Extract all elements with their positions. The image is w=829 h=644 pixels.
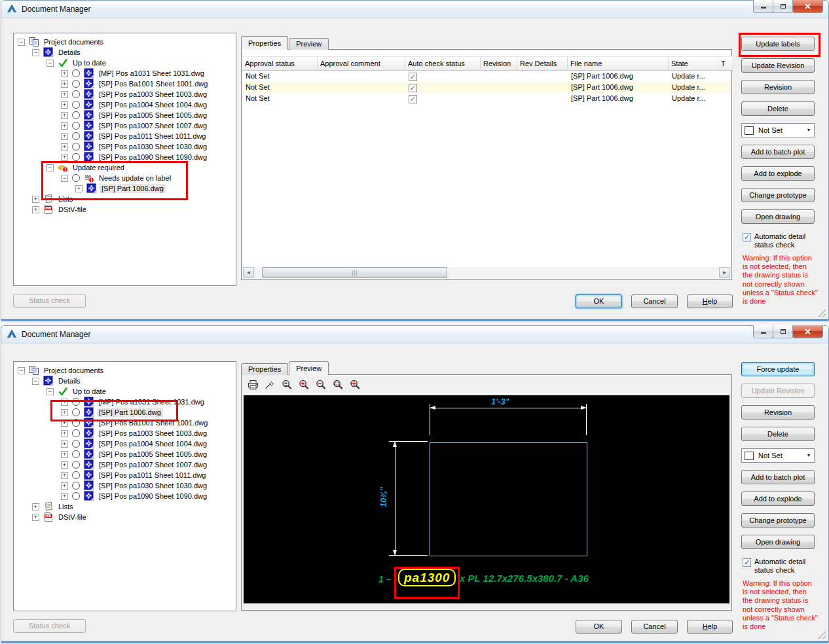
approval-status-dropdown[interactable]: Not Set▼ xyxy=(741,123,815,137)
tree-item-label[interactable]: [SP] Pos pa1005 Sheet 1005.dwg xyxy=(97,450,209,459)
auto-check-checkbox[interactable]: ✓ xyxy=(409,95,417,103)
tree-expander[interactable]: + xyxy=(61,451,68,458)
zoom-in-icon[interactable] xyxy=(298,379,310,391)
table-header-cell[interactable]: File name xyxy=(568,56,669,71)
print-icon[interactable] xyxy=(247,379,259,391)
tree-item-label[interactable]: [SP] Pos pa1030 Sheet 1030.dwg xyxy=(97,481,209,490)
tree-expander[interactable]: + xyxy=(61,70,68,77)
delete-button[interactable]: Delete xyxy=(741,427,815,441)
table-header-cell[interactable]: Revision xyxy=(481,56,517,71)
tree-expander[interactable]: − xyxy=(46,60,54,67)
tree-expander[interactable]: + xyxy=(61,122,68,130)
tree-expander[interactable]: + xyxy=(32,196,39,203)
tree-expander[interactable]: + xyxy=(61,80,68,88)
tab-preview[interactable]: Preview xyxy=(289,38,329,50)
add-to-explode-button[interactable]: Add to explode xyxy=(741,492,815,506)
tree-expander[interactable]: + xyxy=(61,143,68,151)
tree-expander[interactable]: + xyxy=(61,112,68,119)
tree-expander[interactable]: + xyxy=(61,472,68,479)
tree-expander[interactable]: + xyxy=(32,206,39,213)
tree-row[interactable]: +[SP] Pos pa1007 Sheet 1007.dwg xyxy=(14,459,236,470)
preview-canvas[interactable]: 1'-3" 10⅞" 1 – p xyxy=(244,395,729,603)
tree-item-label[interactable]: Details xyxy=(56,48,83,57)
tree-expander[interactable]: − xyxy=(18,39,25,46)
tree-row[interactable]: +[SP] Pos pa1003 Sheet 1003.dwg xyxy=(14,428,236,438)
resize-grip[interactable] xyxy=(818,631,826,639)
tree-row[interactable]: −Up to date xyxy=(14,386,236,397)
change-prototype-button[interactable]: Change prototype xyxy=(741,188,815,202)
pan-icon[interactable] xyxy=(264,379,276,391)
tree-row[interactable]: +DOCDStV-file xyxy=(14,204,236,215)
cancel-button[interactable]: Cancel xyxy=(631,620,678,634)
tree-item-label[interactable]: Details xyxy=(56,376,83,385)
tab-properties[interactable]: Properties xyxy=(241,36,288,50)
scrollbar-thumb[interactable] xyxy=(262,267,447,278)
update-revision-button[interactable]: Update Revision xyxy=(741,58,815,73)
tree-expander[interactable]: + xyxy=(61,91,68,98)
force-update-button[interactable]: Force update xyxy=(741,362,815,376)
tree-item-label[interactable]: [SP] Pos pa1004 Sheet 1004.dwg xyxy=(97,439,209,448)
table-row[interactable]: Not Set✓[SP] Part 1006.dwgUpdate r... xyxy=(242,82,731,93)
horizontal-scrollbar[interactable]: ◄ ► xyxy=(243,267,730,278)
tree-item-label[interactable]: [SP] Pos pa1005 Sheet 1005.dwg xyxy=(97,111,209,120)
tree-row[interactable]: −Project documents xyxy=(14,37,236,47)
tree-item-label[interactable]: [SP] Pos pa1030 Sheet 1030.dwg xyxy=(97,142,209,151)
maximize-button[interactable] xyxy=(773,325,793,338)
tree-expander[interactable]: + xyxy=(61,440,68,448)
tree-item-label[interactable]: Up to date xyxy=(71,387,108,396)
tree-item-label[interactable]: [SP] Pos pa1003 Sheet 1003.dwg xyxy=(97,429,209,438)
chevron-down-icon[interactable]: ▼ xyxy=(803,449,814,462)
tree-item-label[interactable]: [SP] Pos pa1004 Sheet 1004.dwg xyxy=(97,100,209,109)
tree-expander[interactable]: − xyxy=(18,367,25,374)
tree-item-label[interactable]: Up to date xyxy=(71,58,108,67)
title-bar[interactable]: Document Manager xyxy=(1,326,828,344)
tree-expander[interactable]: + xyxy=(61,461,68,469)
tree-row[interactable]: −Project documents xyxy=(14,365,236,376)
table-row[interactable]: Not Set✓[SP] Part 1006.dwgUpdate r... xyxy=(242,71,731,82)
tree-row[interactable]: +[SP] Pos pa1011 Sheet 1011.dwg xyxy=(14,470,236,480)
maximize-button[interactable] xyxy=(773,0,793,13)
chevron-down-icon[interactable]: ▼ xyxy=(803,124,814,137)
tree-row[interactable]: +DOCDStV-file xyxy=(14,512,236,522)
revision-button[interactable]: Revision xyxy=(741,80,815,94)
zoom-out-icon[interactable] xyxy=(315,379,327,391)
tree-item-label[interactable]: [SP] Pos pa1090 Sheet 1090.dwg xyxy=(97,492,209,501)
tree-expander[interactable]: − xyxy=(46,388,54,395)
auto-detail-checkbox[interactable]: ✓ xyxy=(743,558,751,567)
tree-item-label[interactable]: [SP] Pos pa1007 Sheet 1007.dwg xyxy=(97,460,209,469)
ok-button[interactable]: OK xyxy=(576,295,622,308)
tree-row[interactable]: −Details xyxy=(14,376,236,386)
tree-row[interactable]: +[SP] Pos pa1003 Sheet 1003.dwg xyxy=(14,89,236,99)
tree-item-label[interactable]: [SP] Pos pa1003 Sheet 1003.dwg xyxy=(97,90,209,99)
auto-check-checkbox[interactable]: ✓ xyxy=(409,73,417,81)
table-row[interactable]: Not Set✓[SP] Part 1006.dwgUpdate r... xyxy=(242,93,731,104)
tree-expander[interactable]: + xyxy=(32,503,39,510)
tab-properties[interactable]: Properties xyxy=(241,363,288,375)
auto-check-checkbox[interactable]: ✓ xyxy=(409,84,417,92)
zoom-window-icon[interactable] xyxy=(332,379,344,391)
approval-status-dropdown[interactable]: Not Set▼ xyxy=(741,448,815,463)
table-header-cell[interactable]: Rev Details xyxy=(517,56,568,71)
tree-expander[interactable]: + xyxy=(61,430,68,437)
tree-item-label[interactable]: [SP] Pos pa1007 Sheet 1007.dwg xyxy=(97,121,209,130)
tree-expander[interactable]: − xyxy=(32,49,39,56)
tree-item-label[interactable]: DStV-file xyxy=(56,512,88,522)
resize-grip[interactable] xyxy=(818,309,826,317)
tree-row[interactable]: +[SP] Pos Ba1001 Sheet 1001.dwg xyxy=(14,79,236,89)
revision-button[interactable]: Revision xyxy=(741,405,815,420)
table-header-cell[interactable]: Approval status xyxy=(242,56,318,71)
tree-item-label[interactable]: DStV-file xyxy=(56,205,88,214)
tree-row[interactable]: +[SP] Pos pa1005 Sheet 1005.dwg xyxy=(14,449,236,459)
help-button[interactable]: Help xyxy=(687,620,733,634)
tree-item-label[interactable]: [MP] Pos a1031 Sheet 1031.dwg xyxy=(97,69,206,78)
ok-button[interactable]: OK xyxy=(576,620,622,634)
tree-row[interactable]: −Details xyxy=(14,47,236,58)
add-to-batch-plot-button[interactable]: Add to batch plot xyxy=(741,145,815,159)
tree-item-label[interactable]: [SP] Pos pa1011 Sheet 1011.dwg xyxy=(97,471,208,480)
change-prototype-button[interactable]: Change prototype xyxy=(741,513,815,528)
open-drawing-button[interactable]: Open drawing xyxy=(741,535,815,549)
auto-detail-checkbox[interactable]: ✓ xyxy=(743,233,751,241)
tree-row[interactable]: +[SP] Pos pa1005 Sheet 1005.dwg xyxy=(14,110,236,120)
tree-row[interactable]: +[MP] Pos a1031 Sheet 1031.dwg xyxy=(14,68,236,79)
tree-expander[interactable]: + xyxy=(61,482,68,490)
